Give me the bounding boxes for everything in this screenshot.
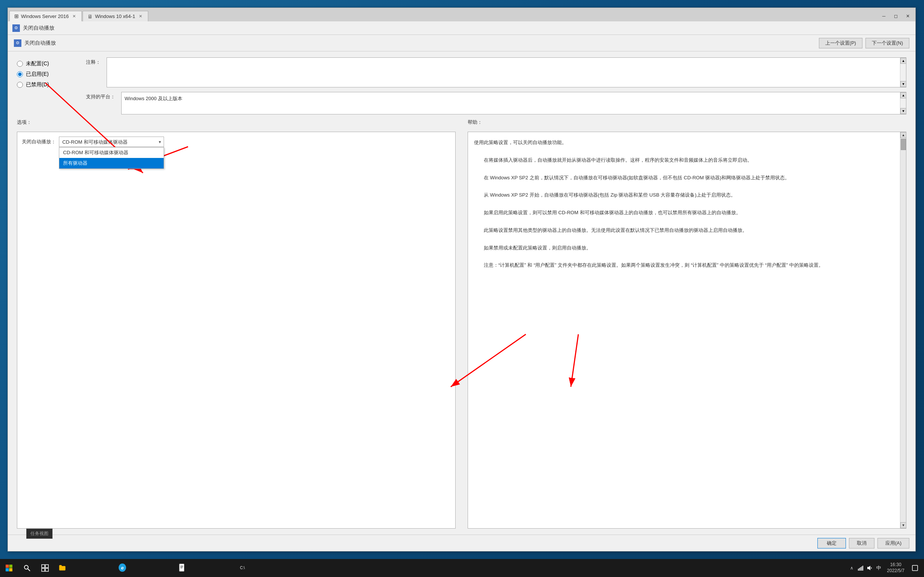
document-icon (179, 564, 186, 571)
taskbar-app-explorer[interactable] (54, 559, 114, 577)
top-section: 未配置(C) 已启用(E) 已禁用(D) (17, 57, 906, 114)
dialog-icon: ⚙ (12, 24, 20, 32)
title-tabs: ⊞ Windows Server 2016 ✕ 🖥 Windows 10 x64… (8, 8, 915, 21)
radio-not-configured-input[interactable] (17, 61, 23, 67)
svg-rect-25 (861, 566, 862, 571)
svg-rect-9 (10, 565, 13, 568)
dialog: ⚙ 关闭自动播放 ⚙ 关闭自动播放 上一个设置(P) 下一个设置(N) (8, 21, 915, 551)
notes-box: ▲ ▼ (106, 57, 906, 87)
svg-marker-27 (868, 566, 870, 570)
notes-scroll-down[interactable]: ▼ (900, 81, 906, 87)
next-setting-button[interactable]: 下一个设置(N) (866, 38, 909, 48)
tab-ws2016-close[interactable]: ✕ (71, 13, 77, 19)
help-para-5: 如果启用此策略设置，则可以禁用 CD-ROM 和可移动媒体驱动器上的自动播放，也… (484, 208, 900, 217)
task-view-button[interactable] (36, 559, 54, 577)
platform-scroll-up[interactable]: ▲ (900, 92, 906, 98)
help-scroll-down[interactable]: ▼ (900, 522, 906, 528)
volume-icon[interactable] (866, 564, 873, 572)
bottom-buttons: 确定 取消 应用(A) (8, 535, 915, 551)
tray-date-display: 2022/5/7 (887, 568, 905, 574)
radio-not-configured[interactable]: 未配置(C) (17, 60, 77, 67)
maximize-button[interactable]: ◻ (890, 11, 902, 21)
main-window: ⊞ Windows Server 2016 ✕ 🖥 Windows 10 x64… (8, 8, 916, 551)
svg-rect-18 (179, 564, 184, 571)
help-para-4: 从 Windows XP SP2 开始，自动播放在可移动驱动器(包括 Zip 驱… (484, 190, 900, 199)
svg-rect-8 (6, 565, 9, 568)
tab-ws2016-icon: ⊞ (14, 13, 19, 19)
platform-scroll-down[interactable]: ▼ (900, 108, 906, 114)
tray-time-display: 16:30 (887, 562, 905, 568)
platform-section: 支持的平台： Windows 2000 及以上版本 ▲ ▼ (86, 92, 906, 114)
network-icon[interactable] (857, 564, 864, 572)
autoplay-dropdown[interactable]: CD-ROM 和可移动媒体驱动器 所有驱动器 (59, 137, 164, 147)
apply-button[interactable]: 应用(A) (877, 538, 909, 548)
folder-icon (58, 564, 66, 571)
svg-rect-28 (913, 566, 918, 571)
help-label: 帮助： (468, 119, 482, 125)
dropdown-popup-option-cdrom[interactable]: CD-ROM 和可移动媒体驱动器 (59, 147, 164, 158)
radio-section: 未配置(C) 已启用(E) 已禁用(D) (17, 57, 77, 114)
tray-clock[interactable]: 16:30 2022/5/7 (884, 562, 908, 574)
options-label: 选项： (17, 119, 32, 125)
dialog-title-bar: ⚙ 关闭自动播放 (8, 21, 915, 35)
notes-scroll-up[interactable]: ▲ (900, 58, 906, 64)
options-sublabel: 关闭自动播放： (22, 139, 56, 145)
cmd-icon: C:\ (239, 564, 246, 571)
svg-line-13 (28, 569, 30, 571)
folder-svg (58, 564, 66, 571)
options-label-container: 选项： (17, 119, 462, 126)
right-panel: 使用此策略设置，可以关闭自动播放功能。 在将媒体插入驱动器后，自动播放就开始从驱… (462, 132, 906, 529)
taskbar-apps: e C:\ (54, 559, 845, 577)
content-area: 未配置(C) 已启用(E) 已禁用(D) (8, 52, 915, 535)
svg-rect-15 (45, 565, 48, 567)
radio-disabled[interactable]: 已禁用(D) (17, 81, 77, 88)
ok-button[interactable]: 确定 (818, 538, 846, 548)
search-button[interactable] (18, 559, 36, 577)
svg-rect-26 (863, 566, 863, 571)
help-scrollbar: ▲ ▼ (900, 132, 906, 528)
tab-win10[interactable]: 🖥 Windows 10 x64-1 ✕ (82, 11, 148, 21)
minimize-button[interactable]: ─ (878, 11, 890, 21)
network-svg (858, 565, 864, 571)
radio-enabled[interactable]: 已启用(E) (17, 71, 77, 78)
windows-logo-icon (5, 564, 13, 572)
svg-rect-11 (10, 568, 13, 572)
help-scroll-up[interactable]: ▲ (900, 132, 906, 138)
dropdown-popup-option-all[interactable]: 所有驱动器 (59, 158, 164, 168)
tab-win10-close[interactable]: ✕ (137, 13, 144, 19)
taskbar-app-ie[interactable]: e (114, 559, 174, 577)
help-para-2: 在将媒体插入驱动器后，自动播放就开始从驱动器中进行读取操作。这样，程序的安装文件… (484, 156, 900, 164)
start-button[interactable] (0, 559, 18, 577)
tray-expand-icon[interactable]: ∧ (848, 564, 855, 572)
svg-rect-24 (860, 567, 861, 571)
svg-point-12 (24, 566, 28, 569)
notification-center-button[interactable] (909, 559, 921, 577)
notes-scrollbar: ▲ ▼ (900, 58, 906, 87)
tab-ws2016[interactable]: ⊞ Windows Server 2016 ✕ (10, 11, 82, 21)
task-view-icon (41, 564, 49, 572)
dropdown-popup: CD-ROM 和可移动媒体驱动器 所有驱动器 (59, 147, 164, 169)
task-view-label: 任务视图 (31, 531, 48, 536)
taskbar-app-document[interactable] (174, 559, 234, 577)
notes-section: 注释： ▲ ▼ (86, 57, 906, 87)
cancel-button[interactable]: 取消 (849, 538, 874, 548)
svg-rect-16 (42, 568, 45, 571)
prev-setting-button[interactable]: 上一个设置(P) (819, 38, 863, 48)
ime-icon[interactable]: 中 (875, 564, 882, 572)
radio-disabled-label: 已禁用(D) (26, 81, 49, 88)
window-controls: ─ ◻ ✕ (878, 11, 915, 21)
help-scroll-thumb (901, 139, 906, 150)
tab-ws2016-label: Windows Server 2016 (21, 13, 69, 19)
radio-disabled-input[interactable] (17, 82, 23, 88)
left-panel: 关闭自动播放： CD-ROM 和可移动媒体驱动器 所有驱动器 ▼ (17, 132, 462, 529)
search-icon (23, 564, 31, 572)
tab-win10-label: Windows 10 x64-1 (95, 13, 135, 19)
toolbar-title: 关闭自动播放 (24, 40, 56, 47)
right-info: 注释： ▲ ▼ 支持的平台： (86, 57, 906, 114)
options-box: 关闭自动播放： CD-ROM 和可移动媒体驱动器 所有驱动器 ▼ (17, 132, 456, 529)
options-row: 关闭自动播放： CD-ROM 和可移动媒体驱动器 所有驱动器 ▼ (22, 137, 451, 147)
help-para-1: 使用此策略设置，可以关闭自动播放功能。 (474, 138, 900, 147)
close-button[interactable]: ✕ (902, 11, 914, 21)
radio-enabled-input[interactable] (17, 71, 23, 77)
taskbar-app-cmd[interactable]: C:\ (234, 559, 294, 577)
